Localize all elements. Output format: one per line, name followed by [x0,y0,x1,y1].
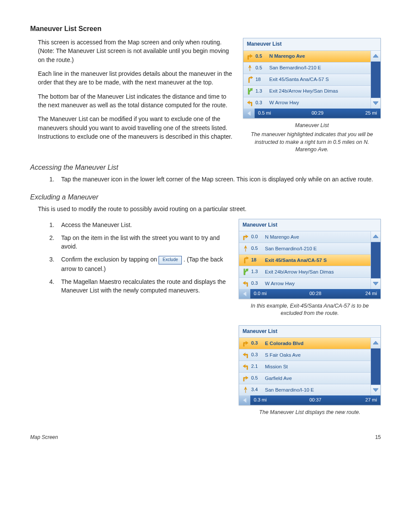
maneuver-street: Exit 45/Santa Ana/CA-57 S [269,76,371,83]
maneuver-distance: 18 [255,76,269,83]
maneuver-distance: 2.1 [251,363,265,370]
maneuver-street: Exit 24b/Arrow Hwy/San Dimas [269,87,371,95]
maneuver-street: S Fair Oaks Ave [265,352,371,359]
maneuver-row[interactable]: 0.3S Fair Oaks Ave [239,349,371,361]
fwy-right-icon [245,75,255,84]
scroll-down-icon[interactable] [371,98,380,109]
footer-time: 00:37 [295,397,336,404]
maneuver-row[interactable]: 18Exit 45/Santa Ana/CA-57 S [239,255,371,266]
maneuver-street: N Marengo Ave [265,233,371,241]
body-paragraph: This is used to modify the route to poss… [38,205,381,213]
body-paragraph: The bottom bar of the Maneuver List indi… [38,92,233,110]
scroll-down-icon[interactable] [371,385,380,395]
maneuver-street: San Bernardino/I-210 E [265,245,371,252]
maneuver-distance: 0.3 [251,340,265,347]
maneuver-row[interactable]: 18Exit 45/Santa Ana/CA-57 S [243,74,371,86]
footer-total-distance: 24 mi [336,290,380,297]
maneuver-street: N Marengo Ave [269,53,371,60]
step-item: Access the Maneuver List. [56,221,228,229]
exclude-button[interactable]: Exclude [159,256,182,264]
merge-up-icon [245,64,255,72]
maneuver-distance: 0.0 [251,233,265,240]
maneuver-street: Exit 45/Santa Ana/CA-57 S [265,257,371,264]
section-heading: Maneuver List Screen [30,24,381,34]
exit-right-icon [241,268,250,276]
turn-right-icon [241,339,250,348]
maneuver-list-widget: Maneuver List 0.5N Marengo Ave0.5San Ber… [243,38,381,118]
figure-caption: In this example, Exit-45/Santa Ana/CA-57… [239,302,381,317]
subsection-heading: Excluding a Maneuver [30,192,381,202]
figure-caption: The maneuver highlighted indicates that … [243,131,381,154]
maneuver-row[interactable]: 0.3E Colorado Blvd [239,338,371,349]
maneuver-distance: 0.5 [251,375,265,382]
maneuver-list-widget: Maneuver List 0.3E Colorado Blvd0.3S Fai… [239,325,381,405]
maneuver-row[interactable]: 0.3W Arrow Hwy [243,97,371,109]
maneuver-footer: 0.5 mi 00:29 25 mi [243,109,380,118]
scroll-up-icon[interactable] [371,51,380,62]
scroll-up-icon[interactable] [371,231,380,242]
maneuver-rows: 0.0N Marengo Ave0.5San Bernardino/I-210 … [239,231,371,289]
maneuver-rows: 0.3E Colorado Blvd0.3S Fair Oaks Ave2.1M… [239,338,371,395]
maneuver-list-title: Maneuver List [239,326,380,338]
maneuver-row[interactable]: 0.5N Marengo Ave [243,51,371,62]
footer-next-distance: 0.5 mi [255,110,298,117]
scroll-up-icon[interactable] [371,338,380,348]
body-paragraph: Each line in the maneuver list provides … [38,69,233,87]
back-icon[interactable] [239,395,250,405]
back-icon[interactable] [243,109,255,118]
turn-left-icon [241,351,250,359]
back-icon[interactable] [239,289,250,299]
scroll-track[interactable] [371,62,380,98]
footer-total-distance: 27 mi [336,397,380,404]
body-paragraph: This screen is accessed from the Map scr… [38,38,233,64]
maneuver-street: Garfield Ave [265,375,371,382]
maneuver-row[interactable]: 0.5Garfield Ave [239,373,371,384]
scroll-track[interactable] [371,348,380,385]
footer-total-distance: 25 mi [337,110,380,117]
maneuver-street: San Bernardino/I-210 E [269,64,371,72]
maneuver-list-title: Maneuver List [239,219,380,231]
turn-left-icon [241,279,250,288]
turn-right-icon [245,52,255,61]
maneuver-street: San Bernardino/I-10 E [265,386,371,394]
maneuver-footer: 0.0 mi 00:28 24 mi [239,289,380,299]
body-paragraph: The Maneuver List can be modified if you… [38,115,233,141]
subsection-heading: Accessing the Maneuver List [30,162,381,172]
maneuver-footer: 0.3 mi 00:37 27 mi [239,395,380,405]
scroll-down-icon[interactable] [371,278,380,289]
maneuver-distance: 1.3 [255,88,269,95]
scroll-track[interactable] [371,242,380,278]
maneuver-distance: 3.4 [251,386,265,393]
maneuver-street: Mission St [265,363,371,370]
turn-right-icon [241,374,250,383]
step-item: The Magellan Maestro recalculates the ro… [56,277,228,295]
figure-caption: The Maneuver List displays the new route… [239,409,381,417]
maneuver-row[interactable]: 0.3W Arrow Hwy [239,278,371,289]
maneuver-distance: 1.3 [251,268,265,275]
maneuver-distance: 0.5 [255,53,269,60]
footer-next-distance: 0.0 mi [250,290,295,297]
maneuver-row[interactable]: 1.3Exit 24b/Arrow Hwy/San Dimas [243,86,371,97]
maneuver-street: W Arrow Hwy [269,99,371,106]
step-item: Tap the maneuver icon in the lower left … [56,175,381,184]
maneuver-row[interactable]: 1.3Exit 24b/Arrow Hwy/San Dimas [239,266,371,278]
maneuver-row[interactable]: 2.1Mission St [239,361,371,373]
maneuver-street: Exit 24b/Arrow Hwy/San Dimas [265,268,371,276]
maneuver-distance: 0.3 [255,100,269,106]
maneuver-row[interactable]: 0.5San Bernardino/I-210 E [239,243,371,255]
maneuver-distance: 0.5 [255,65,269,72]
maneuver-street: W Arrow Hwy [265,280,371,287]
exit-right-icon [245,87,255,96]
scrollbar[interactable] [371,338,380,395]
fwy-right-icon [241,256,250,264]
maneuver-rows: 0.5N Marengo Ave0.5San Bernardino/I-210 … [243,51,371,109]
scrollbar[interactable] [371,231,380,289]
maneuver-row[interactable]: 0.0N Marengo Ave [239,231,371,243]
scrollbar[interactable] [371,51,380,109]
footer-section-name: Map Screen [30,434,58,441]
maneuver-row[interactable]: 0.5San Bernardino/I-210 E [243,62,371,74]
footer-next-distance: 0.3 mi [250,397,295,404]
turn-right-icon [241,233,250,241]
maneuver-row[interactable]: 3.4San Bernardino/I-10 E [239,384,371,395]
footer-time: 00:28 [295,290,336,297]
